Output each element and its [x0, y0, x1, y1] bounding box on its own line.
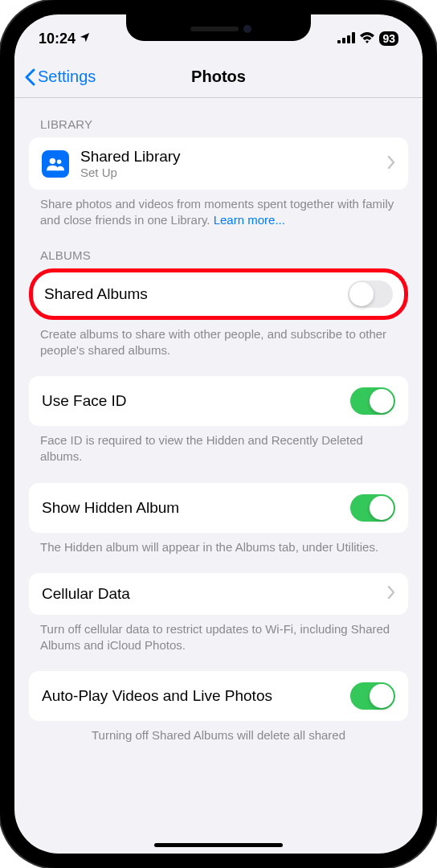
- screen: 10:24 93 Settings Photos: [14, 14, 423, 854]
- show-hidden-album-label: Show Hidden Album: [42, 498, 179, 518]
- svg-point-4: [50, 158, 55, 163]
- show-hidden-album-toggle[interactable]: [350, 494, 395, 522]
- svg-rect-1: [342, 38, 345, 43]
- wifi-icon: [359, 31, 375, 47]
- home-indicator[interactable]: [154, 843, 283, 847]
- page-title: Photos: [191, 68, 246, 86]
- people-icon: [42, 150, 69, 178]
- svg-point-5: [57, 159, 62, 164]
- hidden-footer: The Hidden album will appear in the Albu…: [29, 533, 408, 555]
- notch: [126, 14, 311, 41]
- shared-library-subtitle: Set Up: [80, 166, 376, 179]
- autoplay-footer: Turning off Shared Albums will delete al…: [29, 721, 408, 743]
- back-button[interactable]: Settings: [24, 68, 96, 86]
- cellular-data-row[interactable]: Cellular Data: [29, 573, 408, 615]
- shared-albums-label: Shared Albums: [44, 285, 148, 304]
- shared-library-row[interactable]: Shared Library Set Up: [29, 137, 408, 190]
- show-hidden-album-row[interactable]: Show Hidden Album: [29, 483, 408, 533]
- use-face-id-toggle[interactable]: [350, 387, 395, 415]
- shared-library-title: Shared Library: [80, 148, 376, 166]
- battery-level: 93: [379, 31, 398, 46]
- svg-rect-0: [337, 40, 341, 43]
- status-time: 10:24: [39, 31, 76, 47]
- use-face-id-row[interactable]: Use Face ID: [29, 376, 408, 426]
- section-header-albums: ALBUMS: [29, 229, 408, 268]
- autoplay-toggle[interactable]: [350, 682, 395, 710]
- cellular-data-label: Cellular Data: [42, 584, 130, 604]
- location-icon: [79, 31, 91, 47]
- svg-rect-2: [347, 35, 350, 43]
- face-id-footer: Face ID is required to view the Hidden a…: [29, 426, 408, 465]
- back-label: Settings: [38, 68, 96, 86]
- cellular-signal-icon: [337, 31, 355, 47]
- phone-frame: 10:24 93 Settings Photos: [0, 0, 437, 868]
- learn-more-link[interactable]: Learn more...: [214, 213, 285, 227]
- chevron-right-icon: [387, 586, 395, 602]
- svg-rect-3: [352, 32, 355, 43]
- shared-albums-toggle[interactable]: [348, 280, 393, 308]
- autoplay-label: Auto-Play Videos and Live Photos: [42, 686, 272, 706]
- nav-bar: Settings Photos: [14, 56, 423, 98]
- autoplay-row[interactable]: Auto-Play Videos and Live Photos: [29, 671, 408, 721]
- section-header-library: LIBRARY: [29, 98, 408, 137]
- content[interactable]: LIBRARY Shared Library Set Up Share phot…: [14, 98, 423, 854]
- chevron-left-icon: [24, 68, 35, 86]
- shared-albums-row[interactable]: Shared Albums: [29, 268, 408, 320]
- chevron-right-icon: [387, 156, 395, 172]
- cellular-footer: Turn off cellular data to restrict updat…: [29, 615, 408, 654]
- albums-footer: Create albums to share with other people…: [29, 320, 408, 359]
- use-face-id-label: Use Face ID: [42, 391, 127, 411]
